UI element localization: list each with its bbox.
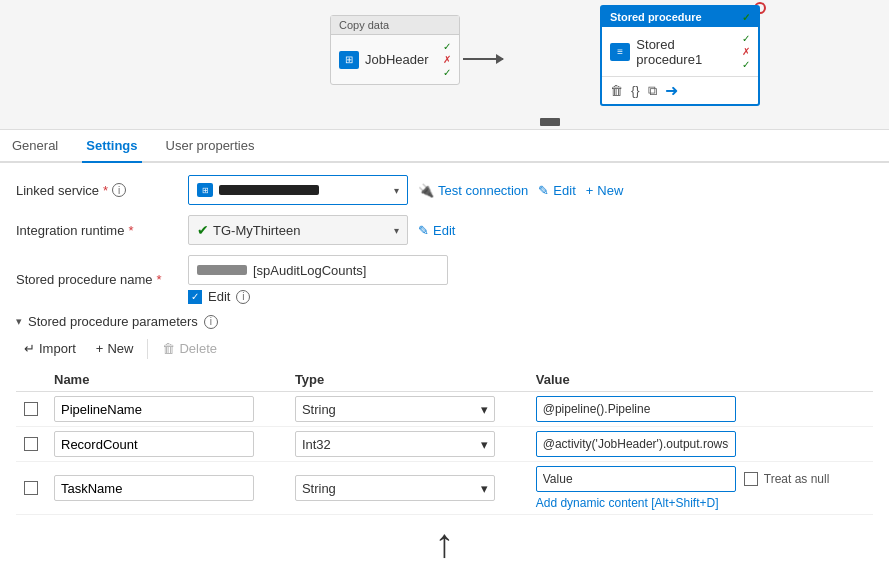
copy-data-activity[interactable]: Copy data ⊞ JobHeader ✓ ✗ ✓ xyxy=(330,15,460,85)
sp-name-edit-label: Edit xyxy=(208,289,230,304)
row2-type-select[interactable]: Int32 ▾ xyxy=(295,431,495,457)
row2-name-input[interactable] xyxy=(54,431,254,457)
settings-tabs: General Settings User properties xyxy=(0,130,889,163)
status-green-icon: ✓ xyxy=(443,41,451,52)
row3-value-input[interactable] xyxy=(536,466,736,492)
linked-service-select[interactable]: ⊞ ▾ xyxy=(188,175,408,205)
table-header-value: Value xyxy=(528,368,873,392)
sp-body-icon: ≡ xyxy=(610,43,630,61)
treat-as-null-container: Treat as null xyxy=(744,472,830,486)
up-arrow-icon: ↑ xyxy=(435,523,455,563)
status-green2-icon: ✓ xyxy=(443,67,451,78)
collapse-handle[interactable] xyxy=(540,118,560,126)
import-btn[interactable]: ↵ Import xyxy=(16,337,84,360)
row1-value-input[interactable] xyxy=(536,396,736,422)
ir-container: ✔ TG-MyThirteen ▾ ✎ Edit xyxy=(188,215,455,245)
params-toolbar: ↵ Import + New 🗑 Delete xyxy=(16,337,873,360)
sp-activity-name: Stored procedure1 xyxy=(636,37,736,67)
row2-value-input[interactable] xyxy=(536,431,736,457)
sp-status-green2: ✓ xyxy=(742,59,750,70)
sp-name-value: [spAuditLogCounts] xyxy=(253,263,366,278)
params-table: Name Type Value String xyxy=(16,368,873,515)
new-param-btn[interactable]: + New xyxy=(88,337,142,360)
copy-data-status: ✓ ✗ ✓ xyxy=(443,41,451,78)
required-star-2: * xyxy=(128,223,133,238)
sp-status-red: ✗ xyxy=(742,46,750,57)
sp-name-redacted xyxy=(197,265,247,275)
copy-data-icon: ⊞ xyxy=(339,51,359,69)
sp-name-container: [spAuditLogCounts] ✓ Edit i xyxy=(188,255,448,304)
sp-params-section: ▾ Stored procedure parameters i ↵ Import… xyxy=(16,314,873,563)
arrow-connector xyxy=(463,58,503,60)
row3-type-chevron-icon: ▾ xyxy=(481,481,488,496)
delete-btn[interactable]: 🗑 Delete xyxy=(154,337,225,360)
copy-data-header: Copy data xyxy=(331,16,459,35)
tab-settings[interactable]: Settings xyxy=(82,130,141,163)
delete-icon: 🗑 xyxy=(162,341,175,356)
ir-select[interactable]: ✔ TG-MyThirteen ▾ xyxy=(188,215,408,245)
required-star-3: * xyxy=(157,272,162,287)
integration-runtime-label: Integration runtime * xyxy=(16,223,176,238)
tab-general[interactable]: General xyxy=(8,130,62,163)
ir-chevron-icon: ▾ xyxy=(394,225,399,236)
row1-type-chevron-icon: ▾ xyxy=(481,402,488,417)
row2-type-chevron-icon: ▾ xyxy=(481,437,488,452)
sp-header-label: Stored procedure xyxy=(610,11,702,23)
sp-status: ✓ ✗ ✓ xyxy=(742,33,750,70)
linked-service-edit-btn[interactable]: ✎ Edit xyxy=(538,183,575,198)
row1-name-input[interactable] xyxy=(54,396,254,422)
row3-checkbox[interactable] xyxy=(24,481,38,495)
sp-name-label: Stored procedure name * xyxy=(16,272,176,287)
required-star-1: * xyxy=(103,183,108,198)
linked-service-db-icon: ⊞ xyxy=(197,183,213,197)
ir-green-check-icon: ✔ xyxy=(197,222,209,238)
stored-procedure-activity[interactable]: Stored procedure ✓ ≡ Stored procedure1 ✓… xyxy=(600,5,760,106)
row1-checkbox[interactable] xyxy=(24,402,38,416)
sp-header: Stored procedure ✓ xyxy=(602,7,758,27)
sp-name-input[interactable]: [spAuditLogCounts] xyxy=(188,255,448,285)
edit-pencil-icon: ✎ xyxy=(538,183,549,198)
up-arrow-container: ↑ xyxy=(16,523,873,563)
test-connection-icon: 🔌 xyxy=(418,183,434,198)
status-red-icon: ✗ xyxy=(443,54,451,65)
tab-user-properties[interactable]: User properties xyxy=(162,130,259,163)
table-header-checkbox-col xyxy=(16,368,46,392)
sp-status-green: ✓ xyxy=(742,33,750,44)
row3-name-input[interactable] xyxy=(54,475,254,501)
row2-checkbox[interactable] xyxy=(24,437,38,451)
linked-service-row: Linked service * i ⊞ ▾ 🔌 Test connection… xyxy=(16,175,873,205)
ir-edit-btn[interactable]: ✎ Edit xyxy=(418,223,455,238)
sp-params-info-icon[interactable]: i xyxy=(204,315,218,329)
row1-type-select[interactable]: String ▾ xyxy=(295,396,495,422)
sp-params-header: ▾ Stored procedure parameters i xyxy=(16,314,873,329)
copy-data-label: Copy data xyxy=(339,19,389,31)
treat-as-null-label: Treat as null xyxy=(764,472,830,486)
treat-as-null-checkbox[interactable] xyxy=(744,472,758,486)
add-dynamic-content-link[interactable]: Add dynamic content [Alt+Shift+D] xyxy=(536,496,865,510)
sp-params-chevron-icon[interactable]: ▾ xyxy=(16,315,22,328)
linked-service-redacted-value xyxy=(219,185,319,195)
sp-go-btn[interactable]: ➜ xyxy=(665,81,678,100)
sp-name-edit-row: ✓ Edit i xyxy=(188,289,448,304)
sp-copy-btn[interactable]: ⧉ xyxy=(648,83,657,99)
table-row: String ▾ Treat as null xyxy=(16,462,873,515)
import-icon: ↵ xyxy=(24,341,35,356)
sp-code-btn[interactable]: {} xyxy=(631,83,640,98)
table-row: String ▾ xyxy=(16,392,873,427)
sp-name-edit-checkbox[interactable]: ✓ xyxy=(188,290,202,304)
new-plus-icon: + xyxy=(586,183,594,198)
toolbar-separator xyxy=(147,339,148,359)
row3-type-select[interactable]: String ▾ xyxy=(295,475,495,501)
sp-name-info-icon[interactable]: i xyxy=(236,290,250,304)
sp-delete-btn[interactable]: 🗑 xyxy=(610,83,623,98)
linked-service-info-icon[interactable]: i xyxy=(112,183,126,197)
pipeline-canvas: Copy data ⊞ JobHeader ✓ ✗ ✓ Stored proce… xyxy=(0,0,889,130)
ir-edit-pencil-icon: ✎ xyxy=(418,223,429,238)
test-connection-btn[interactable]: 🔌 Test connection xyxy=(418,183,528,198)
table-header-name: Name xyxy=(46,368,287,392)
ir-value: TG-MyThirteen xyxy=(213,223,300,238)
linked-service-new-btn[interactable]: + New xyxy=(586,183,624,198)
sp-name-row: Stored procedure name * [spAuditLogCount… xyxy=(16,255,873,304)
settings-panel: Linked service * i ⊞ ▾ 🔌 Test connection… xyxy=(0,163,889,575)
sp-toolbar: 🗑 {} ⧉ ➜ xyxy=(602,76,758,104)
